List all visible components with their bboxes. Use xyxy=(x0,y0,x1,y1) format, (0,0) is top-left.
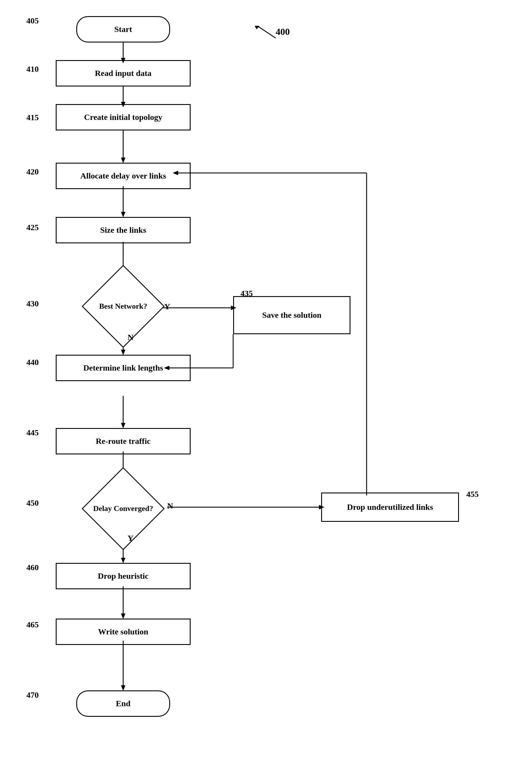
step-410: 410 xyxy=(26,64,39,74)
step-420: 420 xyxy=(26,167,39,177)
step-415: 415 xyxy=(26,113,39,122)
reroute-node: Re-route traffic xyxy=(56,428,191,455)
yes-label-delay: Y xyxy=(128,534,134,543)
svg-marker-13 xyxy=(121,350,125,355)
step-450: 450 xyxy=(26,499,39,508)
step-440: 440 xyxy=(26,358,39,367)
svg-marker-27 xyxy=(121,558,125,563)
ref-arrow xyxy=(252,23,282,41)
step-455: 455 xyxy=(466,490,479,499)
step-470: 470 xyxy=(26,690,39,700)
no-label-delay: N xyxy=(167,501,173,511)
yes-label-best-network: Y xyxy=(164,302,170,311)
end-node: End xyxy=(76,690,170,717)
allocate-delay-node: Allocate delay over links xyxy=(56,163,191,189)
drop-heuristic-node: Drop heuristic xyxy=(56,563,191,589)
svg-marker-31 xyxy=(121,685,125,690)
step-460: 460 xyxy=(26,563,39,572)
step-465: 465 xyxy=(26,620,39,629)
svg-marker-5 xyxy=(121,158,125,163)
start-node: Start xyxy=(76,16,170,43)
save-solution-node: Save the solution xyxy=(233,296,350,334)
diagram-container: 405 410 415 420 425 430 440 445 450 460 … xyxy=(0,0,532,759)
delay-converged-node: Delay Converged? xyxy=(85,484,161,534)
read-input-node: Read input data xyxy=(56,60,191,87)
svg-line-32 xyxy=(258,26,276,38)
determine-link-node: Determine link lengths xyxy=(56,355,191,381)
create-topology-node: Create initial topology xyxy=(56,104,191,131)
step-445: 445 xyxy=(26,428,39,437)
no-label-best-network: N xyxy=(128,333,134,342)
step-405: 405 xyxy=(26,16,39,25)
svg-marker-7 xyxy=(121,212,125,217)
drop-underutilized-node: Drop underutilized links xyxy=(321,493,459,522)
size-links-node: Size the links xyxy=(56,217,191,243)
step-425: 425 xyxy=(26,223,39,232)
step-430: 430 xyxy=(26,299,39,308)
best-network-node: Best Network? xyxy=(85,281,161,331)
svg-marker-29 xyxy=(121,614,125,619)
svg-marker-33 xyxy=(255,26,260,29)
write-solution-node: Write solution xyxy=(56,619,191,645)
svg-marker-18 xyxy=(121,423,125,428)
